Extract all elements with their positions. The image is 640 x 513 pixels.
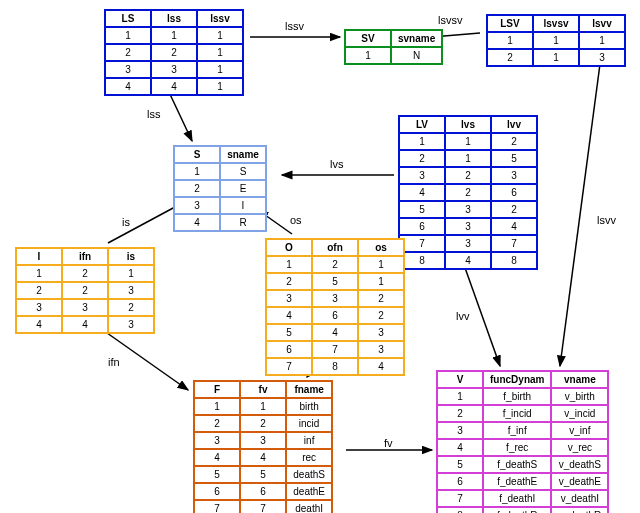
col-header: os [358,239,404,256]
col-header: O [266,239,312,256]
cell: 3 [445,218,491,235]
col-header: fv [240,381,286,398]
cell: 1 [399,133,445,150]
cell: 1 [197,78,243,95]
table-row: 462 [266,307,404,324]
cell: 3 [194,432,240,449]
table-row: 55deathS [194,466,332,483]
cell: 3 [151,61,197,78]
table-row: 634 [399,218,537,235]
table-row: 441 [105,78,243,95]
table-V: VfuncDynamvname1f_birthv_birth2f_incidv_… [436,370,609,513]
col-header: lssv [197,10,243,27]
table-row: 673 [266,341,404,358]
cell: 2 [399,150,445,167]
cell: 6 [399,218,445,235]
cell: 2 [266,273,312,290]
table-I: Iifnis121223332443 [15,247,155,334]
cell: f_inf [483,422,551,439]
cell: 3 [108,316,154,333]
col-header: lvv [491,116,537,133]
table-SV: SVsvname1N [344,29,443,65]
table-row: 532 [399,201,537,218]
cell: 7 [491,235,537,252]
cell: 6 [194,483,240,500]
edge-label-lsvv: lsvv [597,214,616,226]
table-row: 331 [105,61,243,78]
cell: 1 [533,32,579,49]
cell: 1 [358,273,404,290]
cell: 3 [312,290,358,307]
cell: v_birth [551,388,608,405]
table-row: 332 [266,290,404,307]
cell: 4 [105,78,151,95]
cell: 3 [399,167,445,184]
cell: incid [286,415,332,432]
col-header: lvs [445,116,491,133]
table-row: 223 [16,282,154,299]
cell: rec [286,449,332,466]
cell: 2 [108,299,154,316]
edge-label-is: is [122,216,130,228]
cell: 2 [491,201,537,218]
cell: 8 [312,358,358,375]
cell: 2 [445,167,491,184]
cell: 4 [174,214,220,231]
cell: 5 [491,150,537,167]
cell: 2 [62,265,108,282]
cell: 4 [399,184,445,201]
cell: 1 [533,49,579,66]
col-header: F [194,381,240,398]
cell: I [220,197,266,214]
table-row: 251 [266,273,404,290]
table-row: 2E [174,180,266,197]
cell: 3 [266,290,312,307]
cell: 7 [266,358,312,375]
cell: 3 [491,167,537,184]
cell: 1 [197,27,243,44]
cell: 1 [105,27,151,44]
table-row: 848 [399,252,537,269]
cell: 2 [174,180,220,197]
edge-label-lssv: lssv [285,20,304,32]
cell: 5 [437,456,483,473]
table-row: 215 [399,150,537,167]
cell: 3 [445,201,491,218]
edge-label-lvv: lvv [456,310,469,322]
cell: 2 [105,44,151,61]
edge-lsvv [560,64,600,366]
cell: 2 [151,44,197,61]
cell: 1 [579,32,625,49]
cell: 3 [445,235,491,252]
col-header: svname [391,30,442,47]
col-header: vname [551,371,608,388]
table-row: 121 [16,265,154,282]
cell: 6 [240,483,286,500]
table-row: 8f_deathRv_deathR [437,507,608,513]
cell: 3 [105,61,151,78]
table-row: 4f_recv_rec [437,439,608,456]
table-row: 1S [174,163,266,180]
table-row: 323 [399,167,537,184]
cell: deathI [286,500,332,513]
cell: v_deathS [551,456,608,473]
cell: 4 [62,316,108,333]
cell: f_rec [483,439,551,456]
cell: f_deathE [483,473,551,490]
table-LSV: LSVlsvsvlsvv111213 [486,14,626,67]
cell: 1 [266,256,312,273]
table-row: 77deathI [194,500,332,513]
cell: 2 [487,49,533,66]
cell: 4 [151,78,197,95]
cell: v_deathI [551,490,608,507]
col-header: LSV [487,15,533,32]
table-row: 1N [345,47,442,64]
cell: 4 [358,358,404,375]
cell: S [220,163,266,180]
cell: 2 [312,256,358,273]
cell: 2 [16,282,62,299]
col-header: V [437,371,483,388]
cell: 1 [437,388,483,405]
cell: 5 [266,324,312,341]
table-LV: LVlvslvv112215323426532634737848 [398,115,538,270]
